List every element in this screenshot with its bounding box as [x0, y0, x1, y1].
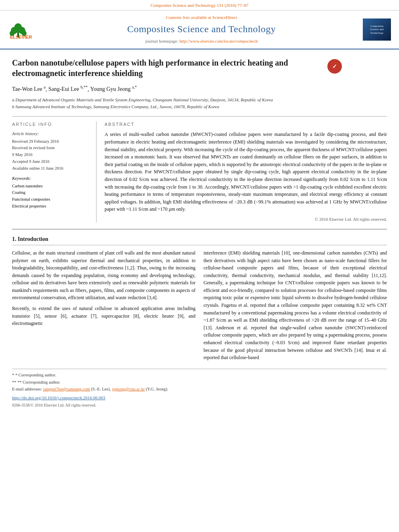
- doi-link-container: http://dx.doi.org/10.1016/j.compscitech.…: [12, 395, 387, 401]
- journal-logo-right: CompositesScience andTechnology: [359, 18, 391, 41]
- elsevier-logo: ELSEVIER: [8, 18, 44, 41]
- article-title-container: Carbon nanotube/cellulose papers with hi…: [12, 58, 342, 78]
- footnote-emails: E-mail addresses: sangeui7lee@samsung.co…: [12, 386, 387, 392]
- email-2-link[interactable]: ygjeong@cnu.ac.kr: [112, 387, 145, 391]
- footer-copyright: 0266-3538/© 2016 Elsevier Ltd. All right…: [12, 403, 387, 408]
- abstract-label: ABSTRACT: [105, 121, 387, 127]
- affiliation-a: a Department of Advanced Organic Materia…: [12, 97, 387, 103]
- header-section: ELSEVIER Contents lists available at Sci…: [0, 10, 399, 49]
- history-label: Article history:: [12, 131, 88, 137]
- article-content: Carbon nanotube/cellulose papers with hi…: [0, 49, 399, 417]
- keywords-label: Keywords:: [12, 175, 88, 181]
- footnote-corresponding-double: ** ** Corresponding author.: [12, 380, 387, 386]
- journal-ref-text: Composites Science and Technology 131 (2…: [150, 3, 248, 8]
- abstract-text: A series of multi-walled carbon nanotube…: [105, 131, 387, 213]
- available-date: Available online 11 June 2016: [12, 166, 88, 172]
- article-history: Article history: Received 29 February 20…: [12, 131, 88, 171]
- top-divider: [12, 116, 387, 117]
- intro-right-para-1: interference (EMI) shielding materials […: [204, 249, 387, 362]
- footnotes-section: * * Corresponding author. ** ** Correspo…: [12, 369, 387, 408]
- journal-title: Composites Science and Technology: [44, 23, 359, 36]
- received-revised-label: Received in revised form: [12, 145, 88, 151]
- article-info-label: ARTICLE INFO: [12, 121, 88, 127]
- sciencedirect-line: Contents lists available at ScienceDirec…: [44, 14, 359, 21]
- intro-para-2: Recently, to extend the uses of natural …: [12, 305, 195, 327]
- author-tae-won: Tae-Won Lee a: [12, 86, 45, 92]
- email-2-name: (Y.G. Jeong).: [146, 387, 169, 391]
- email-1-link[interactable]: sangeui7lee@samsung.com: [43, 387, 90, 391]
- info-abstract-columns: ARTICLE INFO Article history: Received 2…: [12, 121, 387, 222]
- author-sang-eui: Sang-Eui Lee b,**: [48, 86, 88, 92]
- email-1-name: (S.-E. Lee),: [91, 387, 111, 391]
- abstract-col: ABSTRACT A series of multi-walled carbon…: [97, 121, 387, 222]
- header-center: Contents lists available at ScienceDirec…: [44, 14, 359, 44]
- svg-text:ELSEVIER: ELSEVIER: [10, 35, 32, 39]
- intro-section: 1. Introduction Cellulose, as the main s…: [12, 235, 387, 365]
- crossmark-badge[interactable]: ✓: [327, 59, 342, 74]
- copyright-note: © 2016 Elsevier Ltd. All rights reserved…: [105, 216, 387, 222]
- svg-text:✓: ✓: [332, 63, 337, 70]
- intro-body-columns: Cellulose, as the main structural consti…: [12, 249, 387, 365]
- author-young-gyu: Young Gyu Jeong a,*: [90, 86, 137, 92]
- homepage-url[interactable]: http://www.elsevier.com/locate/compscite…: [179, 39, 258, 43]
- intro-right-col: interference (EMI) shielding materials […: [204, 249, 387, 365]
- intro-header: 1. Introduction: [12, 235, 387, 245]
- intro-para-1: Cellulose, as the main structural consti…: [12, 249, 195, 302]
- doi-link[interactable]: http://dx.doi.org/10.1016/j.compscitech.…: [12, 395, 105, 400]
- keyword-3: Functional composites: [12, 197, 88, 203]
- affiliations: a Department of Advanced Organic Materia…: [12, 97, 387, 110]
- article-title-text: Carbon nanotube/cellulose papers with hi…: [12, 58, 323, 78]
- footnote-star-single: *: [12, 373, 15, 377]
- sciencedirect-link-text[interactable]: ScienceDirect: [212, 15, 237, 20]
- received-date: Received 29 February 2016: [12, 139, 88, 145]
- keyword-1: Carbon nanotubes: [12, 183, 88, 189]
- footnote-star-double: **: [12, 380, 17, 384]
- journal-logo-box: CompositesScience andTechnology: [363, 18, 391, 41]
- bottom-thick-divider: [12, 229, 387, 230]
- keywords-section: Keywords: Carbon nanotubes Coating Funct…: [12, 175, 88, 209]
- keyword-2: Coating: [12, 190, 88, 196]
- intro-left-col: Cellulose, as the main structural consti…: [12, 249, 195, 365]
- keyword-4: Electrical properties: [12, 203, 88, 210]
- accepted-date: Accepted 9 June 2016: [12, 159, 88, 165]
- authors: Tae-Won Lee a, Sang-Eui Lee b,**, Young …: [12, 85, 387, 93]
- journal-homepage: journal homepage: http://www.elsevier.co…: [44, 38, 359, 44]
- section-title: Introduction: [18, 236, 48, 242]
- article-info-col: ARTICLE INFO Article history: Received 2…: [12, 121, 97, 222]
- affiliation-b: b Samsung Advanced Institute of Technolo…: [12, 103, 387, 110]
- footnote-corresponding-single: * * Corresponding author.: [12, 372, 387, 378]
- crossmark-circle: ✓: [327, 59, 342, 74]
- email-label: E-mail addresses:: [12, 387, 42, 391]
- section-number: 1.: [12, 236, 16, 242]
- journal-ref-bar: Composites Science and Technology 131 (2…: [0, 0, 399, 10]
- received-revised-date: 9 May 2016: [12, 152, 88, 158]
